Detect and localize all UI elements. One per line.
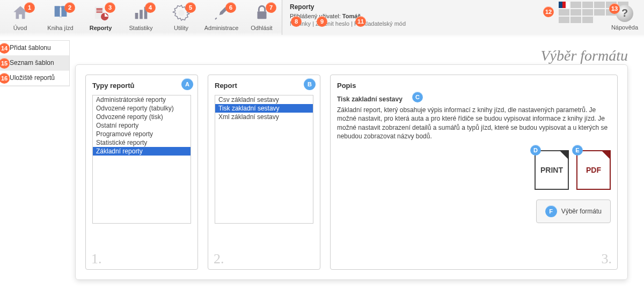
badge-16: 16	[0, 73, 10, 84]
book-icon	[51, 3, 70, 23]
svg-rect-2	[140, 10, 143, 19]
column-description: Popis Tisk zakladní sestavy C Základní r…	[330, 75, 618, 270]
svg-point-4	[178, 10, 184, 16]
nav-label: Utility	[174, 25, 188, 31]
header-link[interactable]: Změnit heslo9	[316, 20, 349, 27]
list-option[interactable]: Statistické reporty	[93, 138, 191, 147]
step-number-1: 1.	[91, 251, 102, 267]
badge-A: A	[181, 78, 193, 90]
list-option[interactable]: Odvozené reporty (tisk)	[93, 113, 191, 121]
home-icon	[11, 3, 30, 23]
lock-icon	[252, 3, 272, 23]
list-option[interactable]: Administrátorské reporty	[93, 95, 191, 104]
badge-D: D	[530, 145, 541, 156]
sidebar-list-templates[interactable]: 15Seznam šablon	[0, 56, 69, 71]
list-option[interactable]: Ostatní reporty	[93, 121, 191, 130]
nav-admin[interactable]: Administrace 6	[201, 0, 241, 35]
header-link[interactable]: Překladatelský mód11	[354, 20, 406, 27]
badge-C: C	[412, 92, 423, 102]
sidebar-label: Uložiště reportů	[10, 74, 55, 82]
step-number-3: 3.	[602, 251, 612, 267]
reports-icon	[91, 3, 111, 23]
sidebar-add-template[interactable]: 14Přidat šablonu	[0, 41, 69, 56]
flag-pt[interactable]	[582, 9, 593, 16]
flag-cz[interactable]	[559, 2, 569, 8]
format-pdf-icon[interactable]: PDF E	[576, 150, 611, 190]
nav-utility[interactable]: Utility 5	[161, 0, 201, 35]
nav-label: Statistiky	[129, 25, 152, 31]
nav-label: Odhlásit	[251, 25, 272, 31]
page-title: Výběr formátu	[540, 47, 628, 64]
select-format-button[interactable]: F Výběr formátu	[536, 200, 611, 223]
nav-statistics[interactable]: Statistiky 4	[121, 0, 161, 35]
report-description-text: Základní report, který obsahuje výpis in…	[337, 106, 611, 141]
badge-E: E	[572, 145, 583, 156]
list-option[interactable]: Programové reporty	[93, 130, 191, 138]
column-report-types: Typy reportů A Administrátorské reportyO…	[85, 75, 198, 270]
header-info-panel: Reporty Přihlášený uživatel: Tomáš 10 No…	[282, 0, 644, 35]
flag-fr[interactable]	[559, 9, 569, 16]
flag-br[interactable]	[559, 17, 569, 23]
flag-ru[interactable]	[594, 2, 605, 8]
sidebar-report-storage[interactable]: 16Uložiště reportů	[0, 71, 69, 86]
main-panel: Typy reportů A Administrátorské reportyO…	[75, 64, 628, 280]
listbox-report-types[interactable]: Administrátorské reportyOdvozené reporty…	[92, 95, 191, 224]
svg-rect-3	[144, 7, 147, 19]
nav-bookrides[interactable]: Kniha jízd 2	[40, 0, 80, 35]
badge-B: B	[304, 78, 316, 90]
column-report: Report B Csv základní sestavyTisk zaklad…	[208, 75, 320, 270]
badge-F: F	[545, 205, 557, 217]
left-sidebar: 14Přidat šablonu15Seznam šablon16Uložišt…	[0, 40, 70, 86]
flag-en[interactable]	[570, 2, 581, 8]
sidebar-label: Přidat šablonu	[10, 44, 51, 51]
list-option[interactable]: Tisk zakladní sestavy	[215, 104, 313, 113]
flag-it[interactable]	[594, 9, 605, 16]
nav-logout[interactable]: Odhlásit 7	[241, 0, 282, 35]
tools-icon	[212, 3, 231, 23]
column-title-report: Report	[215, 82, 237, 90]
gear-icon	[172, 3, 191, 23]
nav-reports[interactable]: Reporty 3	[80, 0, 121, 35]
step-number-2: 2.	[214, 251, 224, 267]
svg-rect-1	[135, 13, 138, 19]
header-link[interactable]: Novinky8	[290, 20, 311, 27]
flag-de[interactable]	[570, 9, 581, 16]
nav-label: Úvod	[13, 25, 27, 31]
flag-do[interactable]	[582, 17, 593, 23]
listbox-report[interactable]: Csv základní sestavyTisk zakladní sestav…	[215, 95, 313, 224]
stats-icon	[131, 3, 151, 23]
format-print-icon[interactable]: PRINT D	[535, 150, 569, 190]
svg-rect-5	[257, 11, 266, 19]
badge-14: 14	[0, 43, 10, 54]
list-option[interactable]: Xml základní sestavy	[215, 113, 313, 121]
report-subtitle: Tisk zakladní sestavy	[337, 95, 402, 103]
flag-us[interactable]	[582, 2, 593, 8]
nav-label: Kniha jízd	[47, 25, 73, 31]
badge-15: 15	[0, 58, 10, 69]
flag-pr[interactable]	[570, 17, 581, 23]
list-option[interactable]: Odvozené reporty (tabulky)	[93, 104, 191, 113]
nav-label: Reporty	[90, 25, 112, 31]
nav-home[interactable]: Úvod 1	[0, 0, 40, 35]
column-title-types: Typy reportů	[92, 82, 135, 90]
help-icon: ?	[616, 5, 633, 22]
column-title-desc: Popis	[337, 82, 611, 90]
list-option[interactable]: Základní reporty	[93, 147, 191, 156]
help-button[interactable]: 13 ? Nápověda	[606, 0, 643, 35]
nav-label: Administrace	[204, 25, 239, 31]
list-option[interactable]: Csv základní sestavy	[215, 95, 313, 104]
sidebar-label: Seznam šablon	[10, 59, 54, 67]
